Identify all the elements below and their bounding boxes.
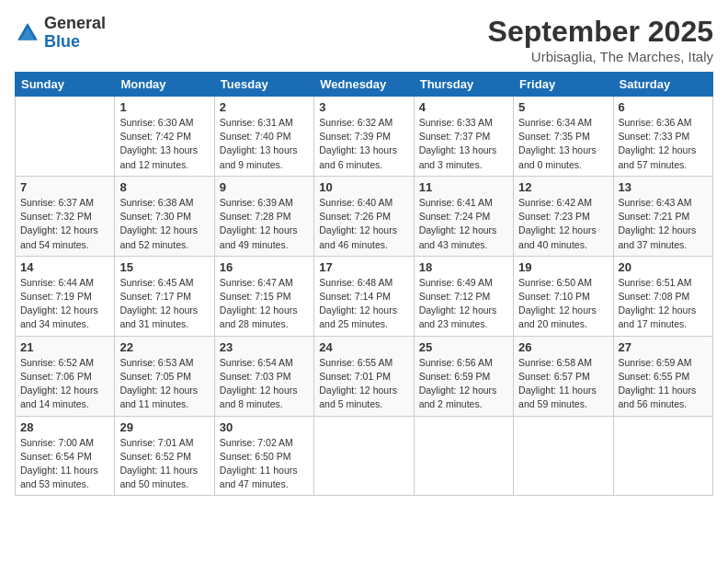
calendar-week-row: 28Sunrise: 7:00 AMSunset: 6:54 PMDayligh… — [16, 416, 713, 496]
calendar-cell: 18Sunrise: 6:49 AMSunset: 7:12 PMDayligh… — [414, 256, 513, 336]
calendar-cell: 27Sunrise: 6:59 AMSunset: 6:55 PMDayligh… — [613, 336, 712, 416]
day-number: 8 — [119, 180, 209, 194]
day-number: 24 — [319, 340, 408, 354]
calendar-cell: 4Sunrise: 6:33 AMSunset: 7:37 PMDaylight… — [414, 97, 513, 177]
day-info: Sunrise: 6:43 AMSunset: 7:21 PMDaylight:… — [619, 196, 708, 252]
calendar-week-row: 14Sunrise: 6:44 AMSunset: 7:19 PMDayligh… — [16, 256, 713, 336]
day-number: 13 — [619, 180, 708, 194]
calendar-cell: 10Sunrise: 6:40 AMSunset: 7:26 PMDayligh… — [314, 176, 414, 256]
calendar-cell: 30Sunrise: 7:02 AMSunset: 6:50 PMDayligh… — [214, 416, 313, 496]
day-info: Sunrise: 6:32 AMSunset: 7:39 PMDaylight:… — [319, 116, 408, 172]
day-number: 22 — [119, 340, 209, 354]
calendar-cell: 6Sunrise: 6:36 AMSunset: 7:33 PMDaylight… — [613, 97, 712, 177]
day-number: 21 — [20, 340, 109, 354]
day-number: 14 — [20, 260, 109, 274]
day-number: 27 — [619, 340, 708, 354]
day-info: Sunrise: 6:39 AMSunset: 7:28 PMDaylight:… — [220, 196, 309, 252]
day-number: 5 — [518, 100, 608, 114]
day-number: 12 — [518, 180, 608, 194]
weekday-header-wednesday: Wednesday — [314, 73, 414, 97]
day-info: Sunrise: 6:41 AMSunset: 7:24 PMDaylight:… — [419, 196, 508, 252]
day-info: Sunrise: 7:02 AMSunset: 6:50 PMDaylight:… — [220, 436, 309, 492]
calendar-cell — [613, 416, 712, 496]
calendar-cell: 22Sunrise: 6:53 AMSunset: 7:05 PMDayligh… — [115, 336, 214, 416]
calendar-week-row: 21Sunrise: 6:52 AMSunset: 7:06 PMDayligh… — [16, 336, 713, 416]
calendar-cell — [16, 97, 115, 177]
day-info: Sunrise: 6:52 AMSunset: 7:06 PMDaylight:… — [20, 356, 109, 412]
day-info: Sunrise: 6:30 AMSunset: 7:42 PMDaylight:… — [119, 116, 209, 172]
day-info: Sunrise: 6:45 AMSunset: 7:17 PMDaylight:… — [119, 276, 209, 332]
calendar-cell: 16Sunrise: 6:47 AMSunset: 7:15 PMDayligh… — [214, 256, 313, 336]
calendar-week-row: 1Sunrise: 6:30 AMSunset: 7:42 PMDaylight… — [16, 97, 713, 177]
day-info: Sunrise: 6:36 AMSunset: 7:33 PMDaylight:… — [619, 116, 708, 172]
day-number: 26 — [518, 340, 608, 354]
weekday-header-tuesday: Tuesday — [214, 73, 313, 97]
calendar-cell — [514, 416, 613, 496]
day-number: 15 — [119, 260, 209, 274]
day-info: Sunrise: 6:50 AMSunset: 7:10 PMDaylight:… — [518, 276, 608, 332]
calendar-cell: 26Sunrise: 6:58 AMSunset: 6:57 PMDayligh… — [514, 336, 613, 416]
day-info: Sunrise: 6:33 AMSunset: 7:37 PMDaylight:… — [419, 116, 508, 172]
day-info: Sunrise: 6:56 AMSunset: 6:59 PMDaylight:… — [419, 356, 508, 412]
calendar-cell: 14Sunrise: 6:44 AMSunset: 7:19 PMDayligh… — [16, 256, 115, 336]
day-number: 19 — [518, 260, 608, 274]
day-number: 2 — [220, 100, 309, 114]
calendar-cell: 23Sunrise: 6:54 AMSunset: 7:03 PMDayligh… — [214, 336, 313, 416]
day-number: 16 — [220, 260, 309, 274]
weekday-header-sunday: Sunday — [16, 73, 115, 97]
day-info: Sunrise: 6:49 AMSunset: 7:12 PMDaylight:… — [419, 276, 508, 332]
day-info: Sunrise: 6:31 AMSunset: 7:40 PMDaylight:… — [220, 116, 309, 172]
calendar-cell: 12Sunrise: 6:42 AMSunset: 7:23 PMDayligh… — [514, 176, 613, 256]
day-number: 23 — [220, 340, 309, 354]
logo: General Blue — [15, 15, 106, 52]
day-info: Sunrise: 6:38 AMSunset: 7:30 PMDaylight:… — [119, 196, 209, 252]
day-number: 6 — [619, 100, 708, 114]
day-number: 18 — [419, 260, 508, 274]
day-info: Sunrise: 6:55 AMSunset: 7:01 PMDaylight:… — [319, 356, 408, 412]
calendar-cell: 9Sunrise: 6:39 AMSunset: 7:28 PMDaylight… — [214, 176, 313, 256]
weekday-header-saturday: Saturday — [613, 73, 712, 97]
day-info: Sunrise: 6:54 AMSunset: 7:03 PMDaylight:… — [220, 356, 309, 412]
day-number: 3 — [319, 100, 408, 114]
calendar-cell: 29Sunrise: 7:01 AMSunset: 6:52 PMDayligh… — [115, 416, 214, 496]
calendar-cell: 2Sunrise: 6:31 AMSunset: 7:40 PMDaylight… — [214, 97, 313, 177]
weekday-header-row: SundayMondayTuesdayWednesdayThursdayFrid… — [16, 73, 713, 97]
calendar-cell: 1Sunrise: 6:30 AMSunset: 7:42 PMDaylight… — [115, 97, 214, 177]
location-subtitle: Urbisaglia, The Marches, Italy — [488, 49, 713, 64]
day-info: Sunrise: 6:59 AMSunset: 6:55 PMDaylight:… — [619, 356, 708, 412]
calendar-cell: 5Sunrise: 6:34 AMSunset: 7:35 PMDaylight… — [514, 97, 613, 177]
day-info: Sunrise: 6:40 AMSunset: 7:26 PMDaylight:… — [319, 196, 408, 252]
day-number: 20 — [619, 260, 708, 274]
calendar-cell: 25Sunrise: 6:56 AMSunset: 6:59 PMDayligh… — [414, 336, 513, 416]
title-block: September 2025 Urbisaglia, The Marches, … — [488, 15, 713, 64]
calendar-cell: 3Sunrise: 6:32 AMSunset: 7:39 PMDaylight… — [314, 97, 414, 177]
page-header: General Blue September 2025 Urbisaglia, … — [15, 15, 713, 64]
calendar-table: SundayMondayTuesdayWednesdayThursdayFrid… — [15, 72, 713, 496]
logo-icon — [15, 20, 40, 46]
day-info: Sunrise: 7:00 AMSunset: 6:54 PMDaylight:… — [20, 436, 109, 492]
calendar-cell: 13Sunrise: 6:43 AMSunset: 7:21 PMDayligh… — [613, 176, 712, 256]
calendar-cell: 15Sunrise: 6:45 AMSunset: 7:17 PMDayligh… — [115, 256, 214, 336]
day-number: 25 — [419, 340, 508, 354]
day-info: Sunrise: 6:42 AMSunset: 7:23 PMDaylight:… — [518, 196, 608, 252]
calendar-cell: 8Sunrise: 6:38 AMSunset: 7:30 PMDaylight… — [115, 176, 214, 256]
logo-text: General Blue — [44, 15, 106, 52]
day-info: Sunrise: 7:01 AMSunset: 6:52 PMDaylight:… — [119, 436, 209, 492]
calendar-cell: 28Sunrise: 7:00 AMSunset: 6:54 PMDayligh… — [16, 416, 115, 496]
day-number: 4 — [419, 100, 508, 114]
day-number: 9 — [220, 180, 309, 194]
calendar-cell — [414, 416, 513, 496]
day-number: 29 — [119, 420, 209, 434]
weekday-header-friday: Friday — [514, 73, 613, 97]
calendar-cell: 11Sunrise: 6:41 AMSunset: 7:24 PMDayligh… — [414, 176, 513, 256]
weekday-header-monday: Monday — [115, 73, 214, 97]
day-info: Sunrise: 6:34 AMSunset: 7:35 PMDaylight:… — [518, 116, 608, 172]
day-info: Sunrise: 6:48 AMSunset: 7:14 PMDaylight:… — [319, 276, 408, 332]
day-number: 11 — [419, 180, 508, 194]
day-info: Sunrise: 6:53 AMSunset: 7:05 PMDaylight:… — [119, 356, 209, 412]
day-number: 30 — [220, 420, 309, 434]
calendar-cell: 17Sunrise: 6:48 AMSunset: 7:14 PMDayligh… — [314, 256, 414, 336]
calendar-week-row: 7Sunrise: 6:37 AMSunset: 7:32 PMDaylight… — [16, 176, 713, 256]
day-number: 10 — [319, 180, 408, 194]
calendar-cell: 20Sunrise: 6:51 AMSunset: 7:08 PMDayligh… — [613, 256, 712, 336]
